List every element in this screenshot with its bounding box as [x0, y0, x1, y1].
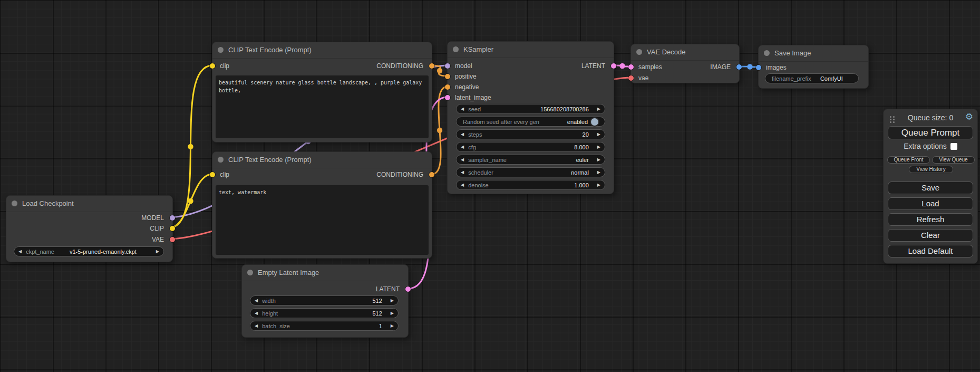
right-arrow-icon[interactable]: ▶	[593, 104, 605, 113]
widget-steps[interactable]: ◀ steps 20 ▶	[456, 129, 605, 139]
widget-sampler-name[interactable]: ◀ sampler_name euler ▶	[456, 155, 605, 165]
widget-ckpt-name[interactable]: ◀ ckpt_name v1-5-pruned-emaonly.ckpt ▶	[14, 246, 164, 256]
node-load-checkpoint[interactable]: Load Checkpoint MODEL CLIP VAE ◀ ckpt_na…	[6, 195, 173, 262]
right-arrow-icon[interactable]: ▶	[386, 321, 398, 330]
node-title: Empty Latent Image	[258, 269, 319, 276]
input-slot-samples[interactable]	[628, 64, 634, 70]
node-vae-decode[interactable]: VAE Decode samples IMAGE vae	[630, 44, 740, 83]
input-slot-images[interactable]	[756, 65, 761, 70]
refresh-button[interactable]: Refresh	[888, 213, 973, 226]
widget-value: enabled	[539, 119, 588, 125]
node-ksampler[interactable]: KSampler model LATENT positive negative …	[447, 41, 614, 194]
widget-width[interactable]: ◀ width 512 ▶	[250, 295, 399, 306]
left-arrow-icon[interactable]: ◀	[457, 168, 468, 177]
widget-label: steps	[468, 131, 482, 138]
output-slot-image[interactable]	[736, 64, 742, 70]
node-title-bar[interactable]: KSampler	[448, 42, 614, 58]
clear-button[interactable]: Clear	[888, 229, 973, 242]
output-slot-model[interactable]	[170, 215, 175, 221]
right-arrow-icon[interactable]: ▶	[593, 168, 605, 177]
collapse-dot-icon[interactable]	[636, 49, 642, 55]
left-arrow-icon[interactable]: ◀	[250, 321, 262, 330]
left-arrow-icon[interactable]: ◀	[457, 180, 468, 189]
output-slot-latent[interactable]	[611, 63, 616, 69]
left-arrow-icon[interactable]: ◀	[457, 155, 468, 164]
node-clip-text-encode-positive[interactable]: CLIP Text Encode (Prompt) clip CONDITION…	[212, 42, 432, 142]
right-arrow-icon[interactable]: ▶	[593, 155, 605, 164]
node-empty-latent-image[interactable]: Empty Latent Image LATENT ◀ width 512 ▶ …	[241, 264, 409, 338]
node-clip-text-encode-negative[interactable]: CLIP Text Encode (Prompt) clip CONDITION…	[212, 151, 432, 259]
toggle-circle-icon[interactable]	[591, 118, 598, 126]
widget-scheduler[interactable]: ◀ scheduler normal ▶	[456, 167, 605, 177]
node-title-bar[interactable]: CLIP Text Encode (Prompt)	[212, 42, 432, 59]
right-arrow-icon[interactable]: ▶	[593, 180, 605, 189]
collapse-dot-icon[interactable]	[764, 50, 770, 56]
collapse-dot-icon[interactable]	[218, 47, 224, 53]
widget-value: 8.000	[476, 144, 593, 150]
output-slot-vae[interactable]	[170, 237, 175, 242]
output-slot-latent[interactable]	[405, 287, 411, 292]
right-arrow-icon[interactable]: ▶	[593, 142, 605, 151]
collapse-dot-icon[interactable]	[247, 270, 253, 275]
widget-cfg[interactable]: ◀ cfg 8.000 ▶	[456, 142, 605, 152]
extra-options-checkbox[interactable]	[950, 143, 957, 150]
load-default-button[interactable]: Load Default	[888, 245, 973, 257]
widget-seed[interactable]: ◀ seed 156680208700286 ▶	[456, 104, 605, 114]
node-title-bar[interactable]: VAE Decode	[631, 44, 739, 61]
output-slot-clip[interactable]	[170, 226, 175, 231]
queue-prompt-button[interactable]: Queue Prompt	[888, 126, 973, 139]
node-title-bar[interactable]: Save Image	[759, 45, 868, 62]
left-arrow-icon[interactable]: ◀	[457, 142, 468, 151]
left-arrow-icon[interactable]: ◀	[250, 296, 262, 305]
node-title-bar[interactable]: CLIP Text Encode (Prompt)	[212, 152, 432, 168]
gear-icon[interactable]: ⚙	[965, 112, 973, 122]
left-arrow-icon[interactable]: ◀	[457, 104, 468, 113]
node-title: Save Image	[774, 49, 811, 57]
prompt-textarea[interactable]: text, watermark	[216, 185, 429, 255]
left-arrow-icon[interactable]: ◀	[457, 130, 468, 139]
load-button[interactable]: Load	[888, 197, 973, 210]
input-slot-latent-image[interactable]	[445, 95, 450, 100]
left-arrow-icon[interactable]: ◀	[250, 309, 262, 318]
widget-random-seed-toggle[interactable]: Random seed after every gen enabled	[456, 117, 605, 127]
output-label-image: IMAGE	[710, 62, 731, 72]
collapse-dot-icon[interactable]	[218, 157, 224, 163]
widget-batch-size[interactable]: ◀ batch_size 1 ▶	[250, 321, 399, 331]
collapse-dot-icon[interactable]	[12, 201, 17, 206]
output-label-latent: LATENT	[581, 61, 605, 71]
collapse-dot-icon[interactable]	[453, 46, 459, 52]
node-title-bar[interactable]: Load Checkpoint	[6, 196, 172, 212]
node-title-bar[interactable]: Empty Latent Image	[242, 265, 408, 281]
right-arrow-icon[interactable]: ▶	[386, 296, 398, 305]
prompt-textarea[interactable]: beautiful scenery nature glass bottle la…	[216, 75, 429, 138]
view-queue-button[interactable]: View Queue	[932, 156, 975, 164]
widget-label: filename_prefix	[772, 75, 811, 82]
input-slot-clip[interactable]	[210, 172, 215, 177]
widget-filename-prefix[interactable]: filename_prefix ComfyUI	[765, 73, 859, 83]
right-arrow-icon[interactable]: ▶	[593, 130, 605, 139]
queue-front-button[interactable]: Queue Front	[887, 156, 930, 164]
widget-value: 1.000	[489, 182, 593, 188]
node-canvas[interactable]: Load Checkpoint MODEL CLIP VAE ◀ ckpt_na…	[0, 0, 980, 372]
input-label-clip: clip	[220, 169, 229, 180]
widget-height[interactable]: ◀ height 512 ▶	[250, 308, 399, 318]
widget-label: cfg	[468, 144, 476, 150]
input-slot-clip[interactable]	[210, 63, 215, 69]
input-slot-negative[interactable]	[445, 84, 450, 90]
widget-label: batch_size	[262, 323, 290, 329]
input-slot-positive[interactable]	[445, 74, 450, 79]
input-label-images: images	[766, 62, 787, 73]
output-slot-conditioning[interactable]	[429, 172, 434, 177]
widget-value: 156680208700286	[481, 106, 593, 112]
widget-value: v1-5-pruned-emaonly.ckpt	[54, 249, 152, 255]
input-slot-vae[interactable]	[628, 75, 634, 81]
node-save-image[interactable]: Save Image images filename_prefix ComfyU…	[758, 45, 869, 89]
right-arrow-icon[interactable]: ▶	[386, 309, 398, 318]
widget-denoise[interactable]: ◀ denoise 1.000 ▶	[456, 180, 605, 190]
left-arrow-icon[interactable]: ◀	[14, 247, 26, 256]
input-slot-model[interactable]	[445, 63, 450, 69]
view-history-button[interactable]: View History	[909, 166, 953, 173]
output-slot-conditioning[interactable]	[429, 63, 434, 69]
right-arrow-icon[interactable]: ▶	[152, 247, 163, 256]
save-button[interactable]: Save	[888, 182, 973, 194]
